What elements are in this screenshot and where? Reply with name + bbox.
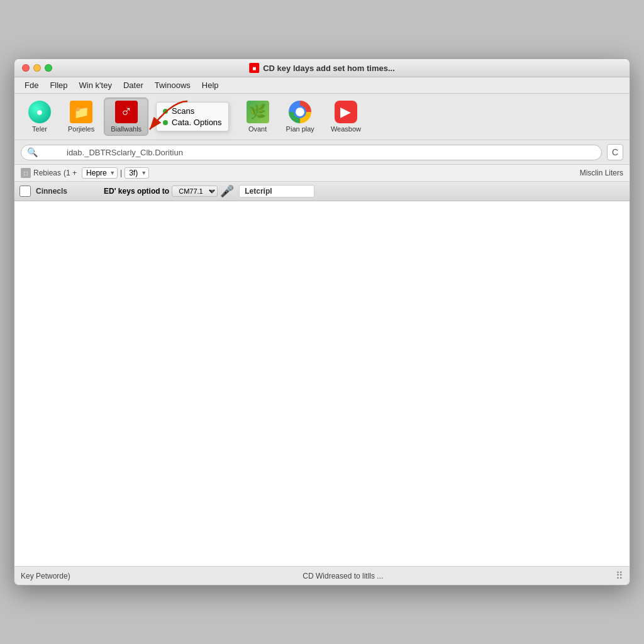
toolbar-btn-planplay[interactable]: Pian play [279,97,321,136]
scans-dot [163,109,168,114]
toolbar-popup: Scans Cata. Options [156,102,229,131]
version-dropdown[interactable]: CM77.1 [172,186,218,197]
title-bar: ■ CD key ldays add set hom times... [14,59,630,77]
menu-fllep[interactable]: Fllep [45,79,72,92]
minimize-button[interactable] [33,64,41,72]
rebieas-count: (1 + [64,169,77,177]
version-dropdown-wrapper: CM77.1 ▼ [172,186,218,197]
search-input[interactable] [21,145,602,160]
ovant-icon: 🌿 [247,101,269,123]
col-cinnecls: Cinnecls [36,187,99,196]
main-window: ■ CD key ldays add set hom times... Fde … [14,58,630,586]
status-right: CD Widreased to litlls ... [303,572,383,580]
rebieas-label: Rebieas [33,169,61,177]
planplay-label: Pian play [286,125,314,133]
teler-label: Teler [32,125,47,133]
resize-handle[interactable]: ⠿ [616,570,623,582]
filter-bar: □ Rebieas (1 + Hepre ▼ | 3f) ▼ Misclin L… [14,165,630,182]
weasbow-label: Weasbow [331,125,361,133]
menu-fde[interactable]: Fde [19,79,43,92]
close-button[interactable] [22,64,30,72]
filter-bar-left: □ Rebieas (1 + Hepre ▼ | 3f) ▼ [21,167,149,179]
maximize-button[interactable] [45,64,52,72]
toolbar: ● Teler 📁 Porjieles ♂ Biallwahls Scans [14,94,630,140]
version-label: ED' keys optiod to [104,187,169,196]
hepre-dropdown-wrapper: Hepre ▼ [82,167,118,179]
menu-help[interactable]: Help [197,79,224,92]
search-bar: 🔍 Grost C [14,140,630,165]
menu-bar: Fde Fllep Win k'tey Dater Twinoows Help [14,77,630,94]
table-header: Cinnecls ED' keys optiod to CM77.1 ▼ 🎤 L… [14,182,630,201]
window-title: ■ CD key ldays add set hom times... [249,63,395,73]
menu-winkley[interactable]: Win k'tey [74,79,117,92]
status-left: Key Petworde) [21,572,70,580]
filter-bar-right: Misclin Liters [580,169,623,177]
biawahls-icon: ♂ [115,101,138,123]
teler-icon: ● [28,101,51,123]
planplay-icon [289,101,311,123]
toolbar-btn-weasbow[interactable]: ▶ Weasbow [324,97,368,136]
col-letcripl: Letcripl [239,185,314,197]
search-wrapper: 🔍 Grost [21,145,602,160]
cata-label: Cata. Options [172,118,222,127]
toolbar-btn-teler[interactable]: ● Teler [21,97,58,136]
ovant-label: Ovant [248,125,267,133]
menu-twinoows[interactable]: Twinoows [150,79,196,92]
biawahls-label: Biallwahls [111,125,142,133]
popup-cata-options[interactable]: Cata. Options [163,118,222,127]
toolbar-btn-biawahls[interactable]: ♂ Biallwahls [104,97,148,136]
col-version: ED' keys optiod to CM77.1 ▼ 🎤 [104,184,234,198]
menu-dater[interactable]: Dater [118,79,148,92]
title-label: CD key ldays add set hom times... [263,64,395,73]
hepre-dropdown[interactable]: Hepre [82,167,118,179]
misclin-liters-label: Misclin Liters [580,169,623,177]
title-icon: ■ [249,63,259,73]
count-dropdown[interactable]: 3f) [125,167,149,179]
porjeles-label: Porjieles [68,125,94,133]
cata-dot [163,120,168,125]
scans-label: Scans [172,106,194,116]
popup-scans[interactable]: Scans [163,106,222,116]
select-all-checkbox[interactable] [19,186,31,197]
window-controls [22,64,52,72]
toolbar-btn-porjeles[interactable]: 📁 Porjieles [61,97,101,136]
search-icon: 🔍 [27,147,38,157]
status-bar: Key Petworde) CD Widreased to litlls ...… [14,566,630,585]
porjeles-icon: 📁 [70,101,92,123]
refresh-label: C [612,147,618,157]
refresh-button[interactable]: C [607,144,623,160]
count-dropdown-wrapper: 3f) ▼ [125,167,149,179]
pipe-sep: | [120,169,122,177]
filter-icon: □ [21,168,31,178]
mic-icon: 🎤 [220,184,234,198]
content-area [14,201,630,566]
toolbar-btn-ovant[interactable]: 🌿 Ovant [239,97,277,136]
weasbow-icon: ▶ [335,101,357,123]
